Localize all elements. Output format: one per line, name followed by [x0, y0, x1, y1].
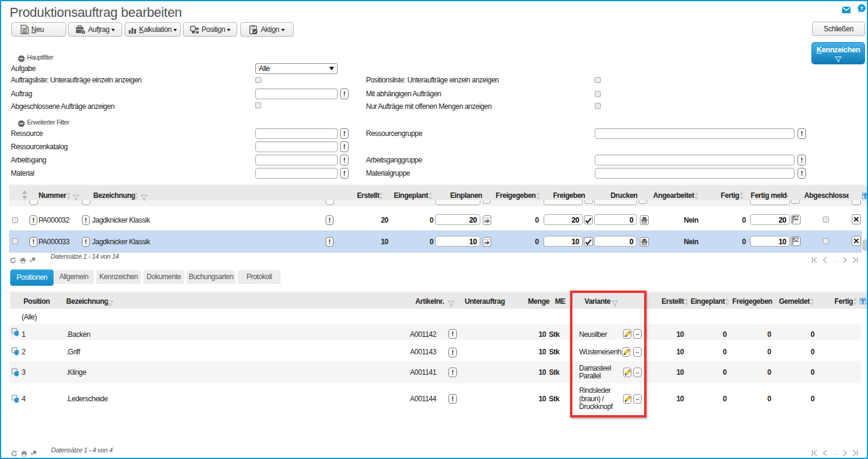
svg-text:...: ...: [833, 450, 838, 456]
svg-text:?: ?: [860, 5, 864, 11]
svg-text:...: ...: [833, 257, 838, 263]
